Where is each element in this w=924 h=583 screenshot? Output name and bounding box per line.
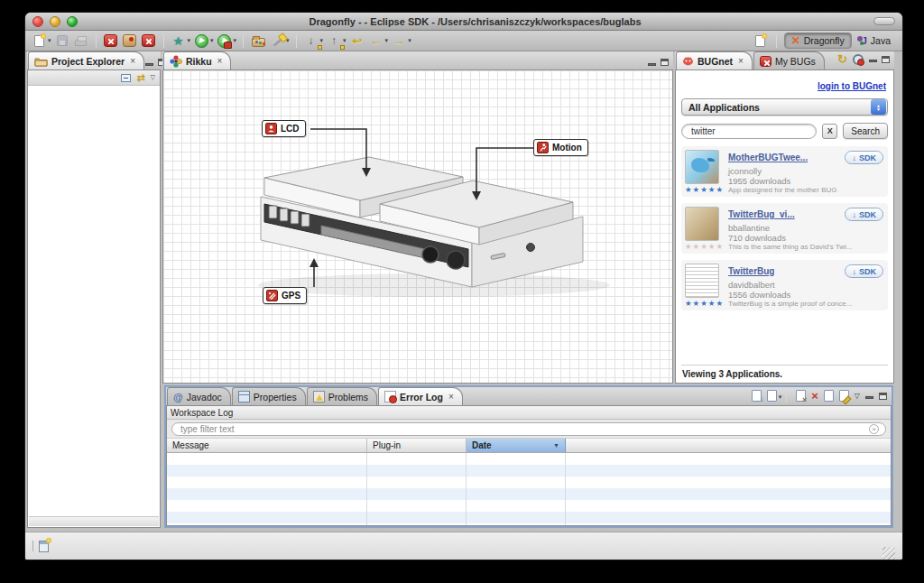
minimize-window-button[interactable] — [50, 16, 60, 27]
perspective-dragonfly-button[interactable]: ✕ Dragonfly — [784, 32, 852, 49]
forward-button[interactable]: → — [391, 32, 407, 49]
tab-rikku-editor[interactable]: Rikku × — [163, 51, 231, 69]
print-button[interactable] — [73, 32, 89, 49]
back-dropdown[interactable]: ▾ — [385, 37, 389, 44]
debug-button[interactable] — [171, 32, 187, 49]
device-canvas[interactable]: LCD Motion GPS — [162, 70, 673, 384]
app-name-link[interactable]: TwitterBug_vi... — [728, 209, 795, 219]
next-annotation-button[interactable]: ↓ — [303, 32, 319, 49]
collapse-all-icon[interactable] — [121, 74, 131, 82]
view-menu-icon[interactable]: ▽ — [151, 74, 155, 81]
dragonfly-logo-icon — [170, 55, 182, 68]
bugnet-content: login to BUGnet All Applications ▲▼ X Se… — [675, 70, 894, 384]
export-log-icon[interactable] — [752, 390, 762, 402]
bug-module-button[interactable] — [122, 32, 138, 49]
view-menu-icon[interactable]: ▽ — [855, 392, 860, 400]
snapshot-icon[interactable] — [852, 53, 864, 66]
external-tools-dropdown[interactable]: ▾ — [234, 37, 237, 44]
tab-bugnet[interactable]: BUGnet × — [676, 51, 753, 69]
tab-project-explorer[interactable]: Project Explorer × — [28, 51, 144, 69]
search-button-toolbar[interactable] — [269, 32, 285, 49]
app-name-link[interactable]: TwitterBug — [728, 266, 774, 276]
log-table-body[interactable] — [167, 453, 891, 525]
tab-properties[interactable]: Properties — [232, 387, 306, 405]
eclipse-window: Dragonfly - - Eclipse SDK - /Users/chris… — [25, 13, 902, 560]
close-icon[interactable]: × — [217, 56, 223, 66]
toolbar-toggle-pill[interactable] — [873, 17, 895, 25]
delete-log-icon[interactable]: × — [811, 389, 818, 403]
toolbar-separator — [776, 34, 777, 48]
bug-base-button[interactable] — [103, 32, 119, 49]
callout-gps[interactable]: GPS — [263, 287, 307, 304]
previous-annotation-dropdown[interactable]: ▾ — [343, 37, 346, 44]
clear-log-icon[interactable] — [796, 390, 806, 402]
tab-javadoc[interactable]: @ Javadoc — [167, 387, 231, 405]
back-button[interactable]: ← — [368, 32, 384, 49]
minimize-view-icon[interactable] — [865, 396, 873, 399]
callout-lcd[interactable]: LCD — [262, 120, 306, 137]
open-resource-button[interactable] — [250, 32, 266, 49]
save-button[interactable] — [54, 32, 70, 49]
login-link[interactable]: login to BUGnet — [818, 81, 886, 91]
last-edit-location-button[interactable]: ↩ — [349, 32, 365, 49]
maximize-view-icon[interactable] — [879, 393, 887, 400]
sdk-download-button[interactable]: ↓SDK — [845, 151, 883, 164]
column-message[interactable]: Message — [167, 439, 367, 452]
minimize-view-icon[interactable] — [648, 63, 656, 66]
close-window-button[interactable] — [32, 16, 43, 27]
sdk-download-button[interactable]: ↓SDK — [845, 264, 883, 278]
resize-grip[interactable] — [882, 547, 895, 560]
search-field[interactable] — [681, 124, 817, 139]
previous-annotation-button[interactable]: ↑ — [326, 32, 342, 49]
tab-project-explorer-label: Project Explorer — [51, 56, 125, 67]
new-wizard-button[interactable] — [31, 32, 47, 49]
horizontal-scrollbar[interactable] — [29, 516, 159, 526]
next-annotation-dropdown[interactable]: ▾ — [320, 37, 324, 44]
app-card[interactable]: ★★★★★ TwitterBug_vi... bballantine 710 d… — [681, 203, 888, 254]
open-perspective-button[interactable] — [753, 32, 769, 49]
column-plugin[interactable]: Plug-in — [367, 439, 467, 452]
minimize-view-icon[interactable] — [145, 63, 153, 66]
refresh-icon[interactable]: ↻ — [837, 52, 847, 66]
tab-my-bugs[interactable]: My BUGs — [753, 51, 825, 69]
search-input[interactable] — [689, 125, 808, 137]
app-card[interactable]: ★★★★★ MotherBUGTwee... jconnolly 1955 do… — [681, 146, 888, 197]
column-date[interactable]: Date ▼ — [467, 439, 566, 452]
run-dropdown[interactable]: ▾ — [210, 37, 214, 44]
sdk-download-button[interactable]: ↓SDK — [845, 208, 883, 221]
event-details-icon[interactable] — [839, 390, 849, 402]
perspective-java-button[interactable]: J Java — [855, 32, 897, 49]
viewing-status: Viewing 3 Applications. — [681, 365, 888, 380]
import-log-icon[interactable] — [767, 390, 777, 402]
editor-tabrow: Rikku × — [162, 51, 673, 70]
new-wizard-dropdown[interactable]: ▾ — [48, 37, 51, 44]
debug-dropdown[interactable]: ▾ — [188, 37, 191, 44]
app-card[interactable]: ★★★★★ TwitterBug davidbalbert 1556 downl… — [681, 260, 888, 310]
close-icon[interactable]: × — [130, 56, 135, 66]
callout-motion[interactable]: Motion — [533, 139, 588, 156]
tab-my-bugs-label: My BUGs — [775, 56, 816, 67]
open-log-icon[interactable] — [824, 390, 834, 402]
bug-app-button[interactable] — [141, 32, 157, 49]
filter-field[interactable]: × — [171, 422, 886, 436]
minimize-view-icon[interactable] — [869, 60, 877, 62]
close-icon[interactable]: × — [448, 392, 454, 402]
search-button[interactable]: Search — [843, 123, 888, 139]
forward-dropdown[interactable]: ▾ — [408, 37, 411, 44]
fast-view-icon[interactable] — [39, 541, 49, 552]
tab-error-log[interactable]: Error Log × — [378, 387, 463, 405]
tab-problems[interactable]: Problems — [307, 387, 377, 405]
category-select[interactable]: All Applications ▲▼ — [681, 98, 888, 116]
filter-input[interactable] — [179, 423, 869, 435]
app-name-link[interactable]: MotherBUGTwee... — [728, 153, 808, 162]
run-button[interactable] — [193, 32, 209, 49]
close-icon[interactable]: × — [738, 56, 744, 66]
clear-filter-icon[interactable]: × — [869, 424, 879, 434]
link-with-editor-icon[interactable]: ⇄ — [136, 72, 144, 84]
maximize-view-icon[interactable] — [661, 59, 669, 66]
zoom-window-button[interactable] — [67, 16, 78, 27]
external-tools-button[interactable] — [217, 32, 233, 49]
clear-search-button[interactable]: X — [822, 124, 837, 139]
titlebar[interactable]: Dragonfly - - Eclipse SDK - /Users/chris… — [25, 13, 902, 31]
maximize-view-icon[interactable] — [882, 56, 890, 63]
